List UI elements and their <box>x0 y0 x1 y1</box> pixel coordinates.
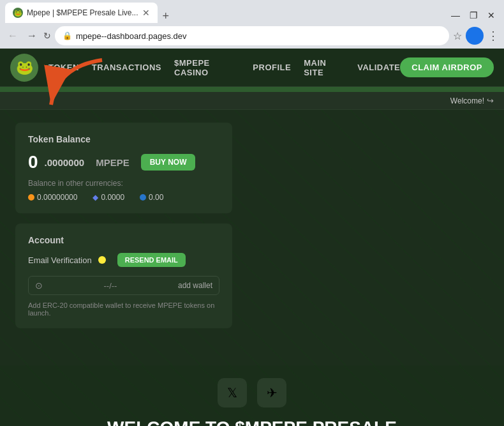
refresh-button[interactable]: ↻ <box>43 31 51 41</box>
tab-close-button[interactable]: ✕ <box>142 8 150 18</box>
usdc-value: 0.00 <box>149 193 163 202</box>
welcome-text: Welcome! <box>450 96 484 105</box>
wallet-row: ⊙ --/-- add wallet <box>28 276 219 295</box>
profile-button[interactable] <box>466 27 484 45</box>
welcome-heading: WELCOME TO $MPEPE PRESALE <box>10 418 494 426</box>
new-tab-button[interactable]: + <box>158 10 175 23</box>
erc-note: Add ERC-20 compatible wallet to receive … <box>28 301 219 317</box>
eth-icon: ◆ <box>93 193 98 202</box>
nav-transactions[interactable]: TRANSACTIONS <box>92 63 161 72</box>
telegram-icon: ✈ <box>267 385 278 400</box>
nav-main-site[interactable]: MAIN SITE <box>304 58 345 77</box>
green-accent-bar <box>0 87 504 92</box>
site-content: 🐸 TOKEN TRANSACTIONS $MPEPE CASINO PROFI… <box>0 49 504 426</box>
nav-casino[interactable]: $MPEPE CASINO <box>174 58 240 77</box>
menu-button[interactable]: ⋮ <box>487 29 499 43</box>
nav-links: TOKEN TRANSACTIONS $MPEPE CASINO PROFILE… <box>48 58 400 77</box>
nav-validate[interactable]: VALIDATE <box>357 63 400 72</box>
add-wallet-button[interactable]: add wallet <box>178 281 212 290</box>
main-content: Token Balance 0.0000000 MPEPE BUY NOW Ba… <box>0 110 504 365</box>
balance-decimal: .0000000 <box>45 157 85 168</box>
currencies-row: 0.00000000 ◆ 0.0000 0.00 <box>28 193 219 202</box>
buy-now-button[interactable]: BUY NOW <box>141 154 196 171</box>
minimize-button[interactable]: — <box>448 8 463 23</box>
eth-balance: ◆ 0.0000 <box>93 193 124 202</box>
usdc-balance: 0.00 <box>140 193 163 202</box>
nav-profile[interactable]: PROFILE <box>253 63 291 72</box>
twitter-button[interactable]: 𝕏 <box>218 378 247 407</box>
email-verification-row: Email Verification RESEND EMAIL <box>28 253 219 267</box>
email-verification-label: Email Verification <box>28 255 92 265</box>
active-tab[interactable]: 🐸 Mpepe | $MPEPE Presale Live... ✕ <box>5 3 158 23</box>
eth-value: 0.0000 <box>101 193 124 202</box>
token-balance-title: Token Balance <box>28 134 219 144</box>
lock-icon: 🔒 <box>63 31 72 40</box>
twitter-icon: 𝕏 <box>227 385 237 400</box>
url-text: mpepe--dashboard.pages.dev <box>76 31 186 41</box>
tab-title: Mpepe | $MPEPE Presale Live... <box>27 8 138 17</box>
site-logo[interactable]: 🐸 <box>10 54 38 82</box>
address-bar: ← → ↻ 🔒 mpepe--dashboard.pages.dev ☆ ⋮ <box>0 23 504 49</box>
welcome-bar: Welcome! ↪ <box>0 92 504 110</box>
usdc-icon <box>140 194 146 201</box>
back-button[interactable]: ← <box>5 27 20 44</box>
browser-chrome: 🐸 Mpepe | $MPEPE Presale Live... ✕ + — ❐… <box>0 0 504 49</box>
email-status-dot <box>98 256 106 264</box>
btc-icon <box>28 194 34 201</box>
token-balance-card: Token Balance 0.0000000 MPEPE BUY NOW Ba… <box>15 123 232 213</box>
social-icons: 𝕏 ✈ <box>10 378 494 407</box>
url-box[interactable]: 🔒 mpepe--dashboard.pages.dev <box>55 26 449 45</box>
balance-currency-label: MPEPE <box>96 157 130 168</box>
resend-email-button[interactable]: RESEND EMAIL <box>117 253 186 267</box>
other-currencies-label: Balance in other currencies: <box>28 179 219 188</box>
account-card: Account Email Verification RESEND EMAIL … <box>15 224 232 328</box>
maximize-button[interactable]: ❐ <box>466 8 481 23</box>
site-nav: 🐸 TOKEN TRANSACTIONS $MPEPE CASINO PROFI… <box>0 49 504 87</box>
tab-bar: 🐸 Mpepe | $MPEPE Presale Live... ✕ + — ❐… <box>0 0 504 23</box>
balance-integer: 0 <box>28 152 38 172</box>
tab-favicon: 🐸 <box>13 8 23 18</box>
logout-icon[interactable]: ↪ <box>487 96 494 105</box>
wallet-icon: ⊙ <box>35 280 43 291</box>
footer-section: 𝕏 ✈ WELCOME TO $MPEPE PRESALE Join the m… <box>0 365 504 426</box>
token-balance-row: 0.0000000 MPEPE BUY NOW <box>28 152 219 172</box>
nav-token[interactable]: TOKEN <box>48 63 79 72</box>
claim-airdrop-button[interactable]: CLAIM AIRDROP <box>400 57 494 77</box>
btc-value: 0.00000000 <box>37 193 77 202</box>
forward-button[interactable]: → <box>24 27 40 44</box>
bookmark-button[interactable]: ☆ <box>453 30 462 42</box>
telegram-button[interactable]: ✈ <box>257 378 286 407</box>
btc-balance: 0.00000000 <box>28 193 77 202</box>
wallet-separator: --/-- <box>48 281 173 291</box>
window-controls: — ❐ ✕ <box>448 8 499 23</box>
close-button[interactable]: ✕ <box>484 8 499 23</box>
account-title: Account <box>28 235 219 245</box>
